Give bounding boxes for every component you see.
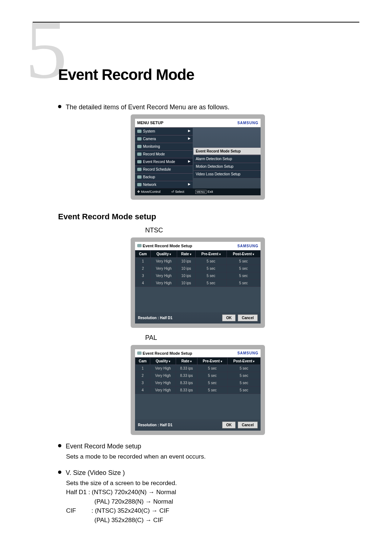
cancel-button: Cancel <box>238 314 258 321</box>
footer-select: Select <box>175 190 184 194</box>
submenu-item: Video Loss Detection Setup <box>193 170 261 178</box>
desc2-body: Sets the size of a screen to be recorded… <box>66 479 359 488</box>
table-title: Event Record Mode Setup <box>143 244 192 248</box>
event-record-icon <box>137 244 142 247</box>
desc1-body: Sets a mode to be recorded when an event… <box>66 452 359 461</box>
submenu-item: Event Record Mode Setup <box>193 147 261 155</box>
ok-button: OK <box>222 314 236 321</box>
pal-table: Cam Quality Rate Pre-Event Post-Event 1V… <box>135 357 261 394</box>
table-row: 1Very High8.33 ips5 sec5 sec <box>135 365 261 372</box>
pal-label: PAL <box>145 333 359 343</box>
brand-logo: SAMSUNG <box>237 120 258 126</box>
resolution-label: Resolution : Half D1 <box>138 315 220 321</box>
th-quality: Quality <box>151 250 177 257</box>
vsize-line1a: Half D1 : (NTSC) 720x240(N) → Normal <box>66 488 359 497</box>
menu-item: Monitoring <box>143 144 160 149</box>
menu-item: Event Record Mode <box>143 159 175 164</box>
menu-title: MENU SETUP <box>137 120 163 126</box>
th-pre: Pre-Event <box>195 250 226 257</box>
resolution-label: Resolution : Half D1 <box>138 422 220 428</box>
desc1-bullet: Event Record Mode setup <box>58 442 359 451</box>
top-rule <box>33 22 359 23</box>
table-row: 3Very High8.33 ips5 sec5 sec <box>135 379 261 387</box>
vsize-line2b: (PAL) 352x288(C) → CIF <box>94 516 359 525</box>
vsize-line2a: CIF: (NTSC) 352x240(C) → CIF <box>66 506 359 516</box>
table-row: 3Very High10 ips5 sec5 sec <box>135 272 261 279</box>
submenu-item: Motion Detection Setup <box>193 163 261 170</box>
chapter-title: Event Record Mode <box>58 66 194 84</box>
ntsc-screenshot: Event Record Mode Setup SAMSUNG Cam Qual… <box>131 237 265 328</box>
submenu-item: Alarm Detection Setup <box>193 155 261 163</box>
th-cam: Cam <box>135 358 150 365</box>
arrow-right-icon: ▶ <box>188 136 191 141</box>
table-row: 2Very High10 ips5 sec5 sec <box>135 265 261 272</box>
menu-item: Record Mode <box>143 151 165 157</box>
system-icon <box>137 130 142 133</box>
menu-item: Backup <box>143 174 155 180</box>
desc2-head: V. Size (Video Size ) <box>66 468 125 478</box>
event-record-icon <box>137 160 142 163</box>
menu-item: Network <box>143 182 156 187</box>
table-row: 1Very High10 ips5 sec5 sec <box>135 257 261 265</box>
footer-exit: Exit <box>208 190 213 194</box>
menu-right-list: Event Record Mode Setup Alarm Detection … <box>193 127 261 188</box>
th-cam: Cam <box>135 250 151 257</box>
chapter-header: 5 Event Record Mode <box>33 30 359 91</box>
arrow-right-icon: ▶ <box>188 129 191 134</box>
ntsc-label: NTSC <box>145 225 359 235</box>
menu-left-list: System▶ Camera▶ Monitoring Record Mode E… <box>135 127 193 188</box>
table-row: 4Very High10 ips5 sec5 sec <box>135 279 261 286</box>
camera-icon <box>137 137 142 141</box>
intro-bullet: The detailed items of Event Record Menu … <box>58 102 359 112</box>
arrow-right-icon: ▶ <box>188 182 191 187</box>
brand-logo: SAMSUNG <box>237 243 258 249</box>
menu-item: Record Schedule <box>143 167 171 172</box>
section-heading: Event Record Mode setup <box>58 211 359 223</box>
th-rate: Rate <box>176 358 197 365</box>
intro-text: The detailed items of Event Record Menu … <box>66 102 229 112</box>
ntsc-table: Cam Quality Rate Pre-Event Post-Event 1V… <box>135 250 261 287</box>
ok-button: OK <box>222 422 236 428</box>
menu-item: System <box>143 129 155 134</box>
event-record-icon <box>137 351 142 355</box>
cancel-button: Cancel <box>238 422 258 428</box>
table-row: 4Very High8.33 ips5 sec5 sec <box>135 387 261 394</box>
table-title: Event Record Mode Setup <box>143 351 192 355</box>
th-post: Post-Event <box>226 250 260 257</box>
th-post: Post-Event <box>228 358 261 365</box>
bullet-icon <box>58 105 61 108</box>
th-rate: Rate <box>177 250 195 257</box>
desc2-bullet: V. Size (Video Size ) <box>58 468 359 478</box>
footer-move: Move/Control <box>141 190 161 194</box>
record-icon <box>137 152 142 156</box>
th-pre: Pre-Event <box>197 358 227 365</box>
bullet-icon <box>58 471 61 474</box>
th-quality: Quality <box>150 358 176 365</box>
pal-screenshot: Event Record Mode Setup SAMSUNG Cam Qual… <box>131 345 265 435</box>
bullet-icon <box>58 444 61 447</box>
arrow-right-icon: ▶ <box>188 159 191 164</box>
vsize-line1b: (PAL) 720x288(N) → Normal <box>94 497 359 507</box>
menu-setup-screenshot: MENU SETUP SAMSUNG System▶ Camera▶ Monit… <box>131 114 265 200</box>
monitoring-icon <box>137 145 142 148</box>
menu-item: Camera <box>143 136 156 142</box>
backup-icon <box>137 175 142 179</box>
desc1-head: Event Record Mode setup <box>66 442 141 451</box>
brand-logo: SAMSUNG <box>237 350 258 356</box>
network-icon <box>137 183 142 186</box>
table-row: 2Very High8.33 ips5 sec5 sec <box>135 372 261 379</box>
schedule-icon <box>137 168 142 171</box>
